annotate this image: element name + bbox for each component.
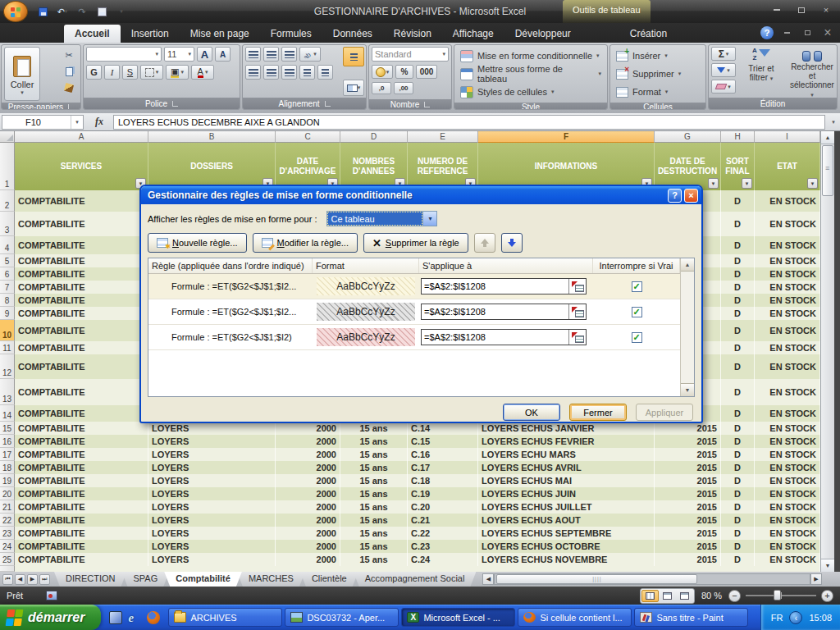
row-number-9[interactable]: 9 [0,307,15,320]
range-picker-icon[interactable] [568,279,586,294]
cell-annees[interactable]: 15 ans [340,553,408,566]
cut-button[interactable]: ✂ [61,48,77,62]
cell-annees[interactable]: 15 ans [340,487,408,500]
cell-dossier[interactable]: LOYERS [148,461,276,474]
cell-sort[interactable]: D [721,267,755,281]
filter-dropdown-icon[interactable]: ▼ [742,178,752,189]
format-painter-button[interactable] [61,81,77,94]
cell-sort[interactable]: D [721,474,755,487]
cell-annees[interactable]: 15 ans [340,540,408,553]
row-number-19[interactable]: 19 [0,474,15,487]
cell-service[interactable]: COMPTABILITE [15,435,148,448]
cell-etat[interactable]: EN STOCK [755,281,820,294]
office-button[interactable] [3,1,28,22]
column-header-B[interactable]: B [148,131,276,143]
cell-reference[interactable]: C.16 [408,448,478,461]
last-sheet-button[interactable]: ⏭ [39,574,50,585]
align-left-button[interactable] [245,65,261,80]
cell-etat[interactable]: EN STOCK [755,540,820,553]
applies-to-input[interactable]: =$A$2:$I$1208 [421,329,587,345]
fill-color-button[interactable]: ▣▾ [166,65,189,80]
row-number-24[interactable]: 24 [0,540,15,553]
cell-service[interactable]: COMPTABILITE [15,281,148,294]
column-header-A[interactable]: A [15,131,148,143]
cell-sort[interactable]: D [721,320,755,341]
row-number-3[interactable]: 3 [0,212,15,236]
horizontal-scrollbar[interactable]: ◀ ▶ [482,572,840,587]
column-header-I[interactable]: I [755,131,820,143]
cell-etat[interactable]: EN STOCK [755,422,820,435]
grow-font-button[interactable]: A [197,47,212,62]
cell-informations[interactable]: LOYERS ECHU MARS [478,448,655,461]
cell-informations[interactable]: LOYERS ECHUS SEPTEMBRE [478,527,655,540]
dialog-launcher-icon[interactable] [68,104,74,110]
cell-date-archivage[interactable]: 2000 [276,500,340,514]
save-button[interactable] [34,4,51,19]
dialog-launcher-icon[interactable] [424,102,430,107]
cell-dossier[interactable]: LOYERS [148,500,276,514]
cell-sort[interactable]: D [721,422,755,435]
dialog-launcher-icon[interactable] [325,101,331,107]
cell-service[interactable]: COMPTABILITE [15,320,148,341]
cell-date-archivage[interactable]: 2000 [276,448,340,461]
cell-dossier[interactable]: LOYERS [148,487,276,500]
cell-sort[interactable]: D [721,461,755,474]
increase-indent-button[interactable] [317,65,333,80]
table-header-B[interactable]: DOSSIERS▼ [148,143,276,190]
sheet-tab-clientèle[interactable]: Clientèle [300,572,358,587]
row-number-18[interactable]: 18 [0,461,15,474]
orientation-button[interactable]: ▾ [299,47,321,62]
row-number-10[interactable]: 10 [0,320,15,341]
expand-formula-bar-icon[interactable]: ▾ [827,119,840,126]
row-number-23[interactable]: 23 [0,527,15,540]
name-box[interactable]: F10 ▾ [2,115,84,130]
cell-date-archivage[interactable]: 2000 [276,527,340,540]
firefox-icon[interactable] [147,611,160,624]
cells-button-1[interactable]: Supprimer▾ [613,65,703,83]
restore-button[interactable] [792,4,810,16]
dialog-help-button[interactable]: ? [668,189,682,203]
zoom-slider-thumb[interactable] [774,590,781,600]
underline-button[interactable]: S [122,65,138,80]
cell-service[interactable]: COMPTABILITE [15,448,148,461]
cell-dossier[interactable]: LOYERS [148,540,276,553]
cell-service[interactable]: COMPTABILITE [15,514,148,527]
zoom-in-button[interactable]: + [821,590,833,602]
cell-sort[interactable]: D [721,553,755,566]
minimize-button[interactable] [768,4,786,16]
style-button-1[interactable]: Mettre sous forme de tableau▾ [457,65,605,83]
cell-reference[interactable]: C.24 [408,553,478,566]
cell-etat[interactable]: EN STOCK [755,341,820,354]
cell-sort[interactable]: D [721,500,755,514]
workbook-close-button[interactable]: × [820,28,835,39]
cell-service[interactable]: COMPTABILITE [15,553,148,566]
cell-sort[interactable]: D [721,354,755,379]
cell-service[interactable]: COMPTABILITE [15,307,148,320]
combobox-dropdown-icon[interactable]: ▾ [422,212,436,226]
scope-combobox[interactable]: Ce tableau ▾ [326,211,437,226]
cell-date-destruction[interactable]: 2015 [655,540,721,553]
find-select-button[interactable]: Rechercher et sélectionner ▾ [788,47,837,99]
ribbon-tab-affichage[interactable]: Affichage [442,25,504,43]
row-number-21[interactable]: 21 [0,500,15,514]
help-button[interactable]: ? [760,26,774,39]
cell-dossier[interactable]: LOYERS [148,514,276,527]
cell-dossier[interactable]: LOYERS [148,474,276,487]
font-size-select[interactable]: 11▾ [164,47,194,62]
column-header-D[interactable]: D [340,131,408,143]
cell-service[interactable]: COMPTABILITE [15,354,148,379]
sheet-tab-comptabilité[interactable]: Comptabilité [164,572,242,587]
name-box-dropdown-icon[interactable]: ▾ [71,116,83,129]
number-format-select[interactable]: Standard▾ [372,47,449,62]
cell-date-destruction[interactable]: 2015 [655,461,721,474]
ribbon-tab-insertion[interactable]: Insertion [121,25,180,43]
cell-reference[interactable]: C.19 [408,487,478,500]
cell-service[interactable]: COMPTABILITE [15,212,148,236]
range-picker-icon[interactable] [568,330,586,345]
cell-etat[interactable]: EN STOCK [755,405,820,422]
cell-informations[interactable]: LOYERS ECHUS JUILLET [478,500,655,514]
row-number-7[interactable]: 7 [0,281,15,294]
first-sheet-button[interactable]: ⏮ [2,574,13,585]
cell-etat[interactable]: EN STOCK [755,379,820,405]
cell-reference[interactable]: C.18 [408,474,478,487]
